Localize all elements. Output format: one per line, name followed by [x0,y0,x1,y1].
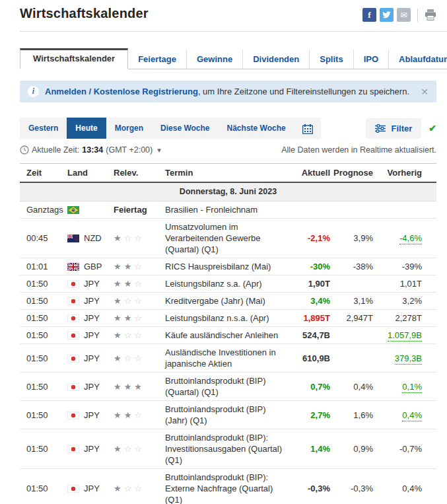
importance-stars-icon: ★☆☆ [114,296,145,306]
flag-japan-icon [67,383,79,391]
event-country [67,201,114,219]
star-icon: ★ [114,382,124,392]
star-icon: ☆ [124,233,135,243]
previous-value: 2,278T [373,310,436,327]
actual-value: 3,4% [297,293,330,310]
event-link[interactable]: RICS Hauspreisbilanz (Mai) [165,262,271,271]
event-link[interactable]: Leistungsbilanz n.s.a. (Apr) [165,313,269,323]
star-icon: ☆ [134,484,145,493]
email-share-icon[interactable]: ✉ [397,8,411,22]
event-link[interactable]: Bruttoinlandsprodukt (BIP): Externe Nach… [165,472,273,504]
event-name-cell: Bruttoinlandsprodukt (BIP) (Jahr) (Q1) [165,401,297,429]
star-icon: ★ [114,410,124,420]
realtime-note: Alle Daten werden in Realtime aktualisie… [281,145,436,155]
facebook-share-icon[interactable]: f [362,8,376,22]
event-link[interactable]: Umsatzvolumen im Verarbeitenden Gewerbe … [165,222,261,254]
event-name-cell: Käufe ausländischer Anleihen [165,327,297,344]
forecast-value: 0,4% [330,373,373,401]
day-header-label: Donnerstag, 8. Juni 2023 [20,182,436,201]
timeframe-morgen[interactable]: Morgen [106,118,152,139]
banner-text-rest: , um Ihre Zeitzone und Filtereinstellung… [198,87,409,96]
event-link[interactable]: Brasilien - Fronleichnam [165,205,258,215]
event-link[interactable]: Ausländische Investitionen in japanische… [165,347,276,369]
star-icon: ☆ [124,296,135,306]
currency-code: JPY [84,313,100,323]
timeframe-diese-woche[interactable]: Diese Woche [152,118,218,139]
importance-stars-icon: ★★☆ [114,279,145,289]
column-header-termin: Termin [165,164,297,183]
event-country: JPY [67,401,114,429]
flag-japan-icon [67,332,79,340]
currency-code: JPY [84,382,100,392]
banner-close-icon[interactable]: ✕ [414,87,429,97]
current-time-label: Aktuelle Zeit: [32,145,79,155]
tab-dividenden[interactable]: Dividenden [243,50,310,69]
page-title: Wirtschaftskalender [20,6,149,21]
event-time: Ganztags [20,201,67,219]
timeframe-gestern[interactable]: Gestern [20,118,67,139]
tab-feiertage[interactable]: Feiertage [128,50,187,69]
event-link[interactable]: Bruttoinlandsprodukt (BIP) (Jahr) (Q1) [165,404,265,425]
event-time: 01:50 [20,310,67,327]
timeframe-heute[interactable]: Heute [67,118,106,139]
actual-value: 610,9B [297,344,330,373]
event-row: 01:50JPY★★☆Bruttoinlandsprodukt (BIP) (J… [20,401,436,429]
holiday-label: Feiertag [114,205,147,215]
event-time: 01:50 [20,293,67,310]
filter-check-icon[interactable]: ✔ [429,123,436,133]
previous-value: 0,4% [373,401,436,429]
print-icon[interactable] [425,9,436,20]
tab-bar: WirtschaftskalenderFeiertageGewinneDivid… [20,48,447,69]
info-icon: i [28,86,39,97]
tab-splits[interactable]: Splits [310,50,353,69]
twitter-share-icon[interactable] [380,8,394,22]
table-body: Donnerstag, 8. Juni 2023GanztagsFeiertag… [20,182,436,504]
star-icon: ★ [114,279,124,289]
clock-icon [20,145,29,155]
event-link[interactable]: Bruttoinlandsprodukt (BIP): Investitions… [165,433,282,465]
event-importance: ★★☆ [114,310,165,327]
current-time-value: 13:34 [82,145,103,155]
star-icon: ★ [114,313,124,323]
login-info-banner: i Anmelden / Kostenlose Registrierung, u… [20,81,436,102]
event-link[interactable]: Kreditvergabe (Jahr) (Mai) [165,296,265,306]
forecast-value: -38% [330,258,373,275]
timeframe-nächste-woche[interactable]: Nächste Woche [219,118,294,139]
timezone-dropdown-caret-icon[interactable]: ▾ [157,146,161,155]
previous-value [373,201,436,219]
tab-gewinne[interactable]: Gewinne [187,50,243,69]
tab-ipo[interactable]: IPO [354,50,389,69]
economic-calendar-table: ZeitLandRelev.TerminAktuellPrognoseVorhe… [20,163,436,504]
event-country: JPY [67,373,114,401]
event-link[interactable]: Leistungsbilanz s.a. (Apr) [165,279,262,289]
event-importance: ★☆☆ [114,469,165,504]
date-picker-icon[interactable] [294,118,321,139]
tab-wirtschaftskalender[interactable]: Wirtschaftskalender [20,48,128,69]
column-header-land: Land [67,164,114,183]
filter-button[interactable]: Filter [366,118,421,139]
event-country: GBP [67,258,114,275]
flag-new-zealand-icon [67,234,79,242]
importance-stars-icon: ★☆☆ [114,444,145,454]
event-name-cell: Leistungsbilanz s.a. (Apr) [165,275,297,293]
event-row: 01:01GBP★★☆RICS Hauspreisbilanz (Mai)-30… [20,258,436,275]
event-name-cell: Ausländische Investitionen in japanische… [165,344,297,373]
event-name-cell: Brasilien - Fronleichnam [165,201,297,219]
star-icon: ☆ [134,444,145,454]
importance-stars-icon: ★☆☆ [114,353,145,363]
event-row: 01:50JPY★★☆Leistungsbilanz s.a. (Apr)1,9… [20,275,436,293]
currency-code: GBP [84,262,102,271]
event-row: 01:50JPY★☆☆Bruttoinlandsprodukt (BIP): I… [20,429,436,469]
star-icon: ☆ [134,313,145,323]
event-link[interactable]: Bruttoinlandsprodukt (BIP) (Quartal) (Q1… [165,376,265,397]
event-country: JPY [67,310,114,327]
flag-japan-icon [67,355,79,363]
login-register-link[interactable]: Anmelden / Kostenlose Registrierung [45,87,198,96]
forecast-value: 3,1% [330,293,373,310]
importance-stars-icon: ★★☆ [114,262,145,271]
star-icon: ★ [114,296,124,306]
actual-value: 0,7% [297,373,330,401]
previous-value: -0,7% [373,429,436,469]
tab-ablaufdatum[interactable]: Ablaufdatum [389,50,447,69]
event-link[interactable]: Käufe ausländischer Anleihen [165,330,278,340]
